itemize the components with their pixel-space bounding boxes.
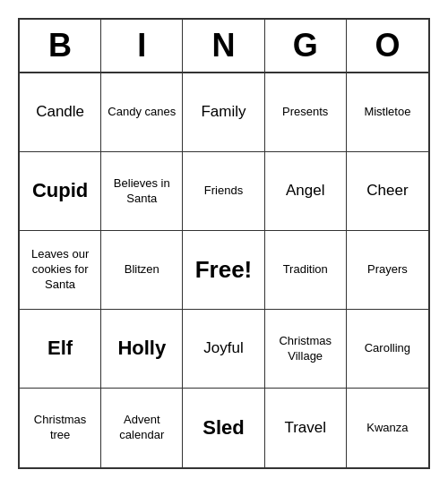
bingo-cell: Friends	[183, 152, 264, 231]
bingo-cell: Candle	[20, 73, 101, 152]
bingo-grid: CandleCandy canesFamilyPresentsMistletoe…	[20, 73, 428, 467]
bingo-cell: Believes in Santa	[101, 152, 183, 231]
bingo-cell: Prayers	[347, 231, 428, 310]
bingo-cell: Free!	[183, 231, 264, 310]
bingo-cell: Holly	[101, 310, 183, 389]
bingo-cell: Mistletoe	[347, 73, 428, 152]
bingo-cell: Joyful	[183, 310, 264, 389]
cell-text: Prayers	[367, 262, 408, 278]
bingo-cell: Travel	[265, 389, 347, 467]
bingo-cell: Blitzen	[101, 231, 183, 310]
bingo-cell: Carolling	[347, 310, 428, 389]
bingo-cell: Christmas Village	[265, 310, 347, 389]
bingo-header: BINGO	[20, 20, 428, 73]
bingo-cell: Elf	[20, 310, 101, 389]
cell-text: Advent calendar	[105, 413, 178, 443]
cell-text: Mistletoe	[364, 105, 410, 120]
cell-text: Candle	[36, 102, 84, 122]
cell-text: Free!	[195, 255, 253, 286]
cell-text: Elf	[47, 336, 73, 362]
bingo-cell: Christmas tree	[20, 389, 101, 467]
bingo-cell: Tradition	[265, 231, 347, 310]
cell-text: Presents	[282, 105, 328, 120]
cell-text: Leaves our cookies for Santa	[23, 247, 97, 293]
bingo-cell: Cupid	[20, 152, 101, 231]
cell-text: Travel	[284, 418, 326, 438]
header-letter: B	[20, 20, 101, 72]
cell-text: Sled	[202, 415, 244, 441]
bingo-cell: Leaves our cookies for Santa	[20, 231, 101, 310]
bingo-cell: Sled	[183, 389, 264, 467]
cell-text: Holly	[117, 336, 166, 362]
bingo-card: BINGO CandleCandy canesFamilyPresentsMis…	[18, 18, 430, 469]
cell-text: Tradition	[283, 262, 328, 278]
cell-text: Cheer	[366, 181, 408, 201]
cell-text: Christmas Village	[269, 334, 342, 364]
cell-text: Carolling	[365, 341, 410, 356]
header-letter: O	[347, 20, 428, 72]
bingo-cell: Angel	[265, 152, 347, 231]
cell-text: Angel	[286, 181, 324, 201]
header-letter: I	[101, 20, 183, 72]
cell-text: Candy canes	[108, 105, 176, 120]
bingo-cell: Advent calendar	[101, 389, 183, 467]
bingo-cell: Presents	[265, 73, 347, 152]
bingo-cell: Candy canes	[101, 73, 183, 152]
cell-text: Joyful	[203, 338, 243, 358]
cell-text: Family	[201, 102, 246, 122]
cell-text: Friends	[204, 184, 243, 199]
cell-text: Cupid	[32, 178, 88, 204]
bingo-cell: Family	[183, 73, 264, 152]
cell-text: Blitzen	[125, 262, 159, 278]
header-letter: G	[265, 20, 347, 72]
bingo-cell: Cheer	[347, 152, 428, 231]
header-letter: N	[183, 20, 264, 72]
cell-text: Christmas tree	[23, 413, 97, 443]
bingo-cell: Kwanza	[347, 389, 428, 467]
cell-text: Believes in Santa	[105, 176, 178, 207]
cell-text: Kwanza	[366, 421, 408, 436]
